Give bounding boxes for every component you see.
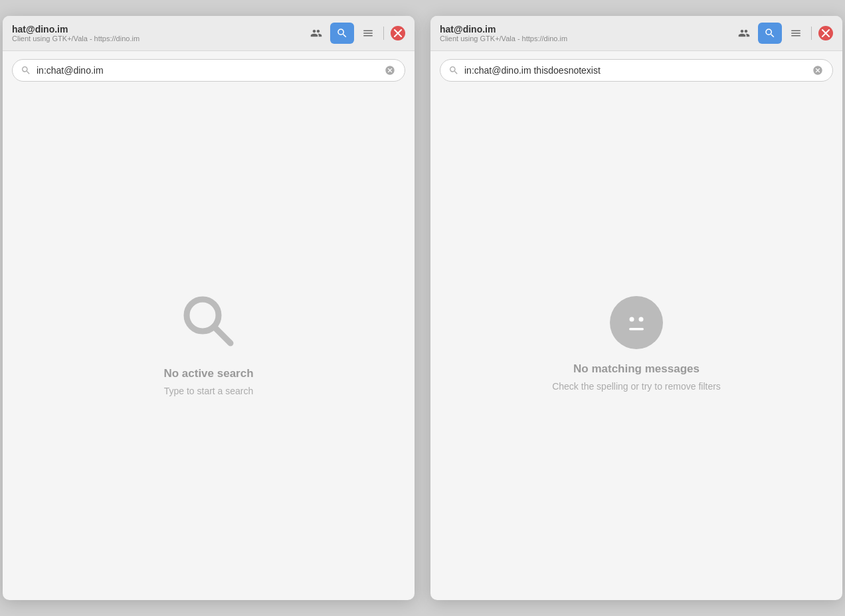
clear-icon-2: [812, 65, 823, 76]
clear-search-button-1[interactable]: [383, 64, 397, 77]
close-icon-1: [394, 29, 402, 37]
menu-icon-1: [362, 27, 374, 39]
svg-point-3: [639, 317, 644, 321]
search-icon-small-1: [21, 65, 31, 76]
search-icon-small-2: [448, 65, 459, 76]
close-circle-1: [391, 26, 405, 40]
titlebar-actions-1: [308, 23, 405, 44]
window-2: hat@dino.im Client using GTK+/Vala - htt…: [430, 16, 842, 600]
contacts-button-2[interactable]: [735, 25, 753, 42]
search-icon-2: [764, 27, 776, 39]
svg-line-1: [215, 327, 231, 343]
titlebar-actions-2: [735, 23, 833, 44]
search-button-2[interactable]: [758, 23, 782, 44]
titlebar-2: hat@dino.im Client using GTK+/Vala - htt…: [430, 16, 842, 51]
search-button-1[interactable]: [330, 23, 354, 44]
clear-icon-1: [385, 65, 395, 76]
search-icon-1: [336, 27, 348, 39]
clear-search-button-2[interactable]: [811, 64, 824, 77]
titlebar-left-1: hat@dino.im Client using GTK+/Vala - htt…: [12, 24, 140, 42]
sad-face-icon-2: [610, 296, 663, 349]
close-button-1[interactable]: [391, 26, 405, 40]
search-bar-2: [430, 51, 842, 87]
empty-title-2: No matching messages: [573, 362, 700, 376]
svg-rect-4: [629, 328, 644, 331]
close-icon-2: [822, 29, 830, 37]
contacts-icon-2: [738, 27, 750, 39]
empty-state-1: No active search Type to start a search: [3, 87, 415, 600]
search-input-wrapper-1: [12, 59, 405, 82]
search-input-2[interactable]: [464, 65, 806, 76]
close-circle-2: [818, 26, 833, 40]
close-button-2[interactable]: [818, 26, 833, 40]
svg-point-2: [630, 317, 634, 321]
empty-title-1: No active search: [163, 367, 253, 380]
contacts-button-1[interactable]: [308, 25, 325, 42]
titlebar-1: hat@dino.im Client using GTK+/Vala - htt…: [3, 16, 415, 51]
window-subtitle-2: Client using GTK+/Vala - https://dino.im: [440, 35, 567, 42]
empty-state-2: No matching messages Check the spelling …: [430, 87, 842, 600]
menu-icon-2: [790, 27, 802, 39]
window-1: hat@dino.im Client using GTK+/Vala - htt…: [3, 16, 415, 600]
divider-2: [811, 27, 812, 40]
search-input-wrapper-2: [440, 59, 833, 82]
window-title-1: hat@dino.im: [12, 24, 140, 35]
search-bar-1: [3, 51, 415, 87]
window-title-2: hat@dino.im: [440, 24, 567, 35]
window-subtitle-1: Client using GTK+/Vala - https://dino.im: [12, 35, 140, 42]
contacts-icon-1: [310, 27, 322, 39]
empty-subtitle-1: Type to start a search: [164, 386, 254, 396]
menu-button-2[interactable]: [787, 25, 804, 42]
search-input-1[interactable]: [37, 65, 378, 76]
divider-1: [383, 27, 384, 40]
empty-search-icon-1: [179, 291, 238, 354]
menu-button-1[interactable]: [359, 25, 377, 42]
empty-subtitle-2: Check the spelling or try to remove filt…: [552, 381, 721, 392]
titlebar-left-2: hat@dino.im Client using GTK+/Vala - htt…: [440, 24, 567, 42]
